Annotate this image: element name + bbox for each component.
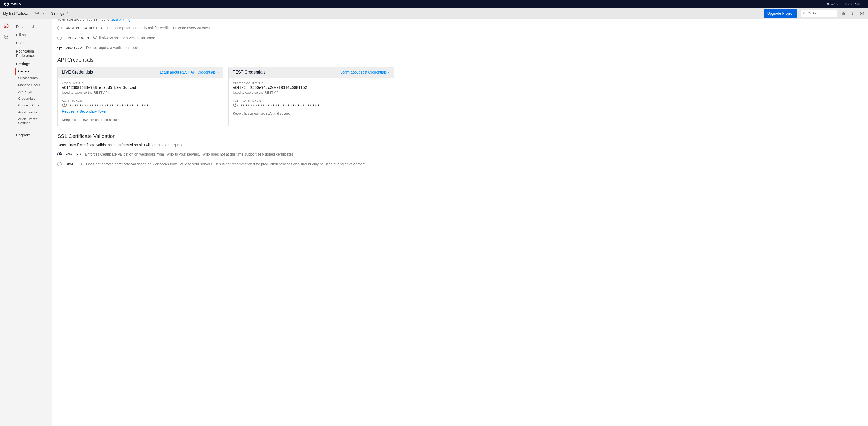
radio-icon[interactable] [58,162,62,166]
radio-label: ONCE PER COMPUTER [66,26,102,30]
svg-line-10 [843,11,843,12]
sidebar-item-upgrade[interactable]: Upgrade [12,131,52,139]
radio-label: ENABLED [66,153,81,156]
project-name[interactable]: My first Twilio… [3,11,29,15]
search-input-wrap[interactable] [801,9,837,17]
gear-icon[interactable] [859,11,865,16]
radio-icon[interactable] [58,36,62,40]
chevron-down-icon: ▾ [862,3,864,5]
eye-icon[interactable] [233,103,238,107]
sidebar-item-settings[interactable]: Settings [12,60,52,68]
request-secondary-token-link[interactable]: Request a Secondary Token [62,109,107,113]
ssl-heading: SSL Certificate Validation [58,133,394,139]
radio-icon[interactable] [58,26,62,30]
test-auth-token-label: TEST AUTHTOKEN [233,99,390,102]
logo[interactable]: twilio [4,2,21,6]
auth-token-hidden: •••••••••••••••••••••••••••••••• [70,103,149,107]
keep-safe-note: Keep this somewhere safe and secure [62,118,219,122]
help-icon[interactable] [850,11,856,16]
svg-point-15 [5,36,5,37]
settings-sub-menu: General Subaccounts Manage Users API Key… [15,68,52,127]
home-icon[interactable] [4,23,9,28]
ssl-desc: Determines if certificate validation is … [58,143,394,147]
radio-desc: Enforces Certificate Validation on webho… [85,152,294,156]
radio-label: EVERY LOG-IN [66,36,89,39]
radio-label: DISABLED [66,46,82,49]
svg-line-8 [842,14,843,15]
docs-menu[interactable]: DOCS ▾ [826,2,839,6]
sidebar-sub-audit-events[interactable]: Audit Events [16,109,52,116]
twofa-option-disabled[interactable]: DISABLED Do not require a verification c… [58,45,394,50]
sidebar-sub-manage-users[interactable]: Manage Users [16,82,52,89]
user-menu[interactable]: Rafal Kuc ▾ [845,2,864,6]
test-credentials-card: TEST Credentials Learn about Test Creden… [228,67,394,126]
chevron-down-icon[interactable]: ▾ [42,12,44,15]
search-input[interactable] [808,11,835,15]
svg-point-18 [64,104,65,106]
topbar: twilio DOCS ▾ Rafal Kuc ▾ [0,0,868,8]
radio-desc: Do not require a verification code [86,45,139,50]
logo-text: twilio [11,2,21,6]
sidebar-sub-subaccounts[interactable]: Subaccounts [16,75,52,81]
test-auth-token-hidden: •••••••••••••••••••••••••••••••• [241,103,320,107]
radio-desc: Trust computers and only ask for verific… [106,26,210,30]
sidebar-item-billing[interactable]: Billing [12,31,52,39]
breadcrumb-separator: / [67,11,68,15]
svg-point-16 [6,36,6,37]
main-content: To enable 2FA for yourself, go to User S… [52,19,868,426]
svg-line-7 [844,12,845,13]
radio-icon[interactable] [58,152,62,156]
upgrade-project-button[interactable]: Upgrade Project [764,9,797,18]
sidebar-item-dashboard[interactable]: Dashboard [12,23,52,31]
test-credentials-title: TEST Credentials [233,70,266,74]
sidebar-item-usage[interactable]: Usage [12,39,52,47]
user-settings-link[interactable]: User Settings [111,19,132,22]
account-sid-hint: Used to exercise the REST API [62,91,219,95]
ssl-option-enabled[interactable]: ENABLED Enforces Certificate Validation … [58,152,394,156]
user-name: Rafal Kuc [845,2,861,6]
svg-point-13 [862,13,863,14]
breadcrumb-settings[interactable]: Settings [51,11,64,15]
ssl-option-disabled[interactable]: DISABLED Does not enforce certificate va… [58,162,394,166]
svg-point-0 [803,12,805,14]
live-credentials-card: LIVE Credentials Learn about REST API Cr… [58,67,223,126]
sidebar-sub-api-keys[interactable]: API Keys [16,89,52,95]
twofa-option-every[interactable]: EVERY LOG-IN We'll always ask for a veri… [58,36,394,40]
test-account-sid-hint: Used to exercise the REST API [233,91,390,95]
account-sid-value[interactable]: AC1423081633e988feb9bd5fb9a43dccad [62,86,219,90]
test-account-sid-value[interactable]: AC43a2ff2550e94cc2c0ef9314c6081f52 [233,86,390,90]
search-icon [803,12,806,15]
sidebar-item-notification-prefs[interactable]: Notification Preferences [12,47,52,60]
docs-label: DOCS [826,2,836,6]
external-link-icon: ↗ [388,71,390,74]
debug-icon[interactable] [841,11,846,16]
learn-rest-api-link[interactable]: Learn about REST API Credentials ↗ [160,70,219,74]
svg-point-12 [852,14,853,14]
svg-point-17 [7,36,7,37]
auth-token-label: AUTH TOKEN [62,99,219,102]
svg-line-1 [805,14,806,14]
test-account-sid-label: TEST ACCOUNT SID [233,82,390,85]
radio-desc: Does not enforce certificate validation … [86,162,366,166]
svg-line-9 [844,14,845,15]
external-link-icon: ↗ [217,71,219,74]
svg-line-6 [842,12,843,13]
more-icon[interactable] [4,34,9,39]
twofa-intro-line: To enable 2FA for yourself, go to User S… [58,19,394,22]
left-rail [0,19,12,426]
radio-icon[interactable] [58,45,62,50]
subbar: My first Twilio… TRIAL ▾ Settings / Upgr… [0,8,868,19]
learn-test-credentials-link[interactable]: Learn about Test Credentials ↗ [340,70,390,74]
twofa-option-once[interactable]: ONCE PER COMPUTER Trust computers and on… [58,26,394,30]
svg-point-19 [235,104,236,106]
sidebar-sub-general[interactable]: General [15,68,52,75]
live-credentials-title: LIVE Credentials [62,70,93,74]
sidebar: Dashboard Billing Usage Notification Pre… [12,19,52,426]
eye-icon[interactable] [62,103,67,107]
sidebar-sub-credentials[interactable]: Credentials [16,95,52,102]
chevron-down-icon: ▾ [837,3,839,5]
test-keep-safe-note: Keep this somewhere safe and secure [233,111,390,116]
twilio-logo-icon [4,2,9,6]
sidebar-sub-audit-events-settings[interactable]: Audit Events Settings [16,116,52,127]
sidebar-sub-connect-apps[interactable]: Connect Apps [16,102,52,109]
